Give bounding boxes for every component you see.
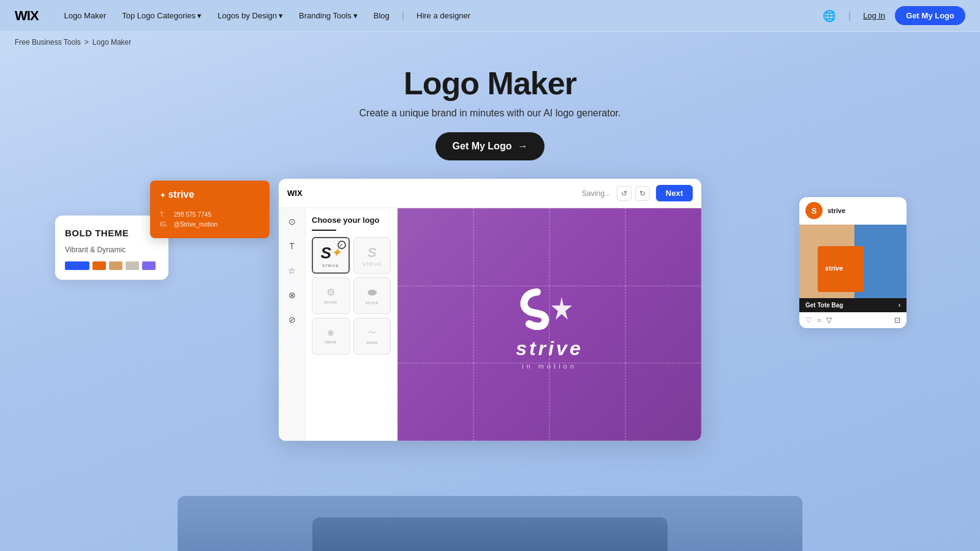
insta-avatar: S: [805, 202, 823, 219]
bottom-platform: [178, 496, 802, 551]
bc-phone-label: T.: [160, 210, 172, 220]
nav-right: 🌐 | Log In Get My Logo: [823, 6, 965, 25]
bottom-platform-inner: [312, 517, 668, 551]
app-window-controls: Saving... ↺ ↻ Next: [582, 185, 693, 201]
hero-subtitle: Create a unique brand in minutes with ou…: [0, 108, 980, 119]
grid-cell: [473, 363, 549, 441]
logo-option-4[interactable]: ⬬ strive: [353, 277, 391, 314]
logo-option-3[interactable]: ⚙ strive: [312, 277, 350, 314]
insta-cta-bar[interactable]: Get Tote Bag ›: [799, 298, 907, 312]
grid-cell: [625, 208, 701, 286]
logo-option-2[interactable]: S STRIVE: [353, 237, 391, 274]
bc-phone: 298 575 7745: [174, 211, 211, 218]
brand-tagline-display: in motion: [510, 362, 589, 370]
insta-header: S strive: [799, 197, 907, 225]
swatch-orange: [92, 261, 106, 270]
redo-button[interactable]: ↻: [635, 186, 650, 201]
logo-option-5[interactable]: ❋ strive: [312, 318, 350, 354]
next-button[interactable]: Next: [656, 185, 693, 201]
breadcrumb-home[interactable]: Free Business Tools: [15, 38, 81, 47]
navigation: WIX Logo Maker Top Logo Categories ▾ Log…: [0, 0, 980, 32]
nav-item-logos-by-design[interactable]: Logos by Design ▾: [211, 7, 289, 24]
insta-brand-name: strive: [827, 207, 845, 214]
logo-opt-2-label: STRIVE: [363, 262, 382, 266]
insta-actions: ♡ ○ ▽ ⊡: [799, 312, 907, 328]
grid-cell: [625, 363, 701, 441]
grid-cell: [625, 286, 701, 364]
nav-right-separator: |: [848, 10, 851, 21]
business-card: ✦ strive T. 298 575 7745 IG. @Strive_mot…: [150, 181, 270, 238]
swatch-blue: [65, 261, 89, 270]
nav-item-top-categories[interactable]: Top Logo Categories ▾: [116, 7, 208, 24]
nav-item-logo-maker[interactable]: Logo Maker: [58, 7, 113, 24]
nav-item-blog[interactable]: Blog: [368, 7, 396, 24]
insta-image: strive: [799, 225, 907, 298]
undo-button[interactable]: ↺: [617, 186, 631, 201]
grid-cell: [398, 363, 473, 441]
bold-theme-subtitle: Vibrant & Dynamic: [65, 246, 159, 254]
comment-icon[interactable]: ○: [817, 316, 821, 324]
cta-arrow-icon: ›: [899, 302, 900, 309]
logo-opt-1-label: STRIVE: [322, 264, 339, 268]
logo-option-1[interactable]: S ✦ STRIVE ✓: [312, 237, 350, 274]
logo-opt-4-inner: ⬬ strive: [365, 286, 379, 305]
bc-ig-label: IG.: [160, 220, 172, 230]
bookmark-icon[interactable]: ⊡: [894, 316, 900, 324]
strive-logo-svg: [510, 280, 589, 335]
logo-option-check: ✓: [337, 241, 346, 249]
nav-item-branding-tools[interactable]: Branding Tools ▾: [293, 7, 364, 24]
grid-cell: [398, 208, 473, 286]
grid-cell: [398, 286, 473, 364]
hero-title: Logo Maker: [0, 65, 980, 102]
breadcrumb-current: Logo Maker: [92, 38, 131, 47]
bc-info: T. 298 575 7745 IG. @Strive_motion: [160, 210, 260, 230]
logo-display: strive in motion: [398, 208, 701, 441]
hero-section: Logo Maker Create a unique brand in minu…: [0, 53, 980, 160]
undo-redo-controls: ↺ ↻: [617, 186, 650, 201]
nav-item-hire-designer[interactable]: Hire a designer: [410, 7, 477, 24]
color-swatches: [65, 261, 159, 270]
bc-logo: ✦ strive: [160, 189, 260, 200]
logo-grid: S ✦ STRIVE ✓ S STRIVE: [312, 237, 391, 354]
instagram-card: S strive strive Get Tote Bag › ♡: [799, 197, 907, 328]
grid-cell: [549, 208, 625, 286]
breadcrumb-separator: >: [85, 38, 89, 47]
logo-option-6[interactable]: 〜 strive: [353, 318, 391, 354]
arrow-icon: →: [518, 141, 527, 152]
nav-get-my-logo-button[interactable]: Get My Logo: [895, 6, 965, 25]
sidebar-palette-icon[interactable]: ⊗: [284, 287, 301, 304]
sidebar-home-icon[interactable]: ⊙: [284, 213, 301, 230]
sidebar-text-icon[interactable]: T: [284, 238, 301, 255]
app-body: ⊙ T ☆ ⊗ ⊘ Choose your logo S ✦: [279, 208, 701, 441]
app-sidebar: ⊙ T ☆ ⊗ ⊘: [279, 208, 306, 441]
hero-get-logo-button[interactable]: Get My Logo →: [435, 132, 545, 160]
swatch-tan: [109, 261, 123, 270]
swatch-purple: [142, 261, 156, 270]
sidebar-layout-icon[interactable]: ⊘: [284, 311, 301, 328]
share-icon[interactable]: ▽: [826, 316, 832, 324]
bold-theme-title: BOLD THEME: [65, 228, 159, 238]
swatch-gray: [126, 261, 139, 270]
logo-opt-3-inner: ⚙ strive: [324, 287, 337, 305]
nav-items: Logo Maker Top Logo Categories ▾ Logos b…: [58, 7, 823, 24]
logo-opt-2-inner: S STRIVE: [363, 245, 382, 266]
logo-panel-divider: [312, 230, 336, 231]
heart-icon[interactable]: ♡: [805, 316, 812, 324]
app-window-header: WIX Saving... ↺ ↻ Next: [279, 179, 701, 208]
logo-opt-6-inner: 〜 strive: [366, 328, 378, 345]
logo-opt-5-inner: ❋ strive: [325, 328, 336, 345]
logo-panel-title: Choose your logo: [312, 216, 391, 225]
app-window: WIX Saving... ↺ ↻ Next ⊙ T ☆ ⊗ ⊘: [279, 179, 701, 441]
logo-panel: Choose your logo S ✦ STRIVE ✓: [306, 208, 398, 441]
globe-icon[interactable]: 🌐: [823, 9, 836, 23]
breadcrumb: Free Business Tools > Logo Maker: [0, 32, 980, 53]
grid-cell: [473, 208, 549, 286]
nav-separator: |: [402, 10, 404, 21]
app-wix-logo: WIX: [287, 189, 303, 198]
wix-logo[interactable]: WIX: [15, 8, 39, 24]
logo-center: strive in motion: [510, 280, 589, 370]
sidebar-star-icon[interactable]: ☆: [284, 262, 301, 279]
login-button[interactable]: Log In: [863, 11, 885, 20]
grid-cell: [549, 363, 625, 441]
insta-illustration: strive: [799, 225, 907, 298]
